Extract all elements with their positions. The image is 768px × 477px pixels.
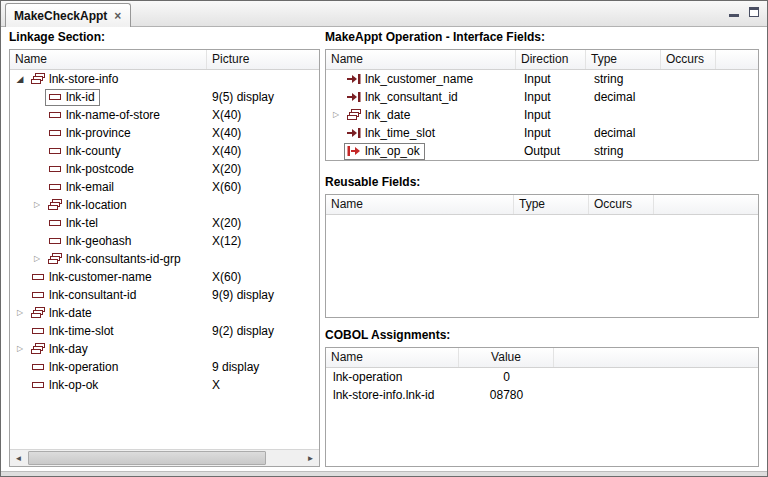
direction-value: Input bbox=[524, 72, 551, 86]
elementary-item-icon bbox=[47, 107, 63, 123]
elementary-item-icon bbox=[47, 125, 63, 141]
field-item: lnk_time_slot bbox=[344, 125, 440, 142]
picture-value: X(20) bbox=[212, 216, 241, 230]
tree-item-selected: lnk-id bbox=[45, 89, 100, 106]
linkage-row[interactable]: lnk-id9(5) display bbox=[10, 88, 319, 106]
tree-item: lnk-name-of-store bbox=[45, 107, 165, 124]
linkage-row[interactable]: ▷lnk-date bbox=[10, 304, 319, 322]
interface-field-row[interactable]: lnk_time_slotInputdecimal bbox=[326, 124, 758, 142]
expand-twisty-icon[interactable]: ▷ bbox=[12, 340, 28, 358]
linkage-row[interactable]: lnk-customer-nameX(60) bbox=[10, 268, 319, 286]
item-name: lnk-postcode bbox=[66, 162, 134, 176]
column-header-occurs[interactable]: Occurs bbox=[589, 195, 654, 214]
direction-value: Input bbox=[524, 108, 551, 122]
interface-fields-label: MakeAppt Operation - Interface Fields: bbox=[325, 30, 759, 46]
horizontal-scrollbar[interactable]: ◄ ► bbox=[10, 449, 319, 466]
interface-field-row[interactable]: lnk_customer_nameInputstring bbox=[326, 70, 758, 88]
item-name: lnk-consultant-id bbox=[49, 288, 136, 302]
scroll-left-icon[interactable]: ◄ bbox=[10, 450, 27, 466]
linkage-row[interactable]: ▷lnk-location bbox=[10, 196, 319, 214]
minimize-icon[interactable] bbox=[729, 8, 739, 17]
input-arrow-icon bbox=[346, 89, 362, 105]
reusable-fields-label: Reusable Fields: bbox=[325, 175, 759, 191]
column-header-name[interactable]: Name bbox=[10, 50, 207, 69]
tree-item: lnk-customer-name bbox=[28, 269, 157, 286]
reusable-fields-table: Name Type Occurs bbox=[325, 194, 759, 318]
elementary-item-icon bbox=[30, 323, 46, 339]
expand-twisty-icon[interactable]: ▷ bbox=[29, 250, 45, 268]
interface-field-row[interactable]: lnk_consultant_idInputdecimal bbox=[326, 88, 758, 106]
field-name: lnk_op_ok bbox=[365, 144, 420, 158]
item-name: lnk-location bbox=[66, 198, 127, 212]
group-item-icon bbox=[346, 107, 362, 123]
expand-twisty-icon[interactable]: ▷ bbox=[29, 196, 45, 214]
tree-item: lnk-op-ok bbox=[28, 377, 103, 394]
cobol-assignment-row[interactable]: lnk-store-info.lnk-id08780 bbox=[326, 386, 758, 404]
column-header-direction[interactable]: Direction bbox=[516, 50, 586, 69]
tab-makecheckappt[interactable]: MakeCheckAppt × bbox=[5, 3, 131, 27]
elementary-item-icon bbox=[47, 215, 63, 231]
linkage-row[interactable]: lnk-postcodeX(20) bbox=[10, 160, 319, 178]
tab-title: MakeCheckAppt bbox=[14, 9, 107, 23]
assignment-name: lnk-operation bbox=[326, 370, 402, 384]
group-item-icon bbox=[47, 251, 63, 267]
tree-item: lnk-day bbox=[28, 341, 93, 358]
linkage-row[interactable]: lnk-name-of-storeX(40) bbox=[10, 106, 319, 124]
linkage-table-header: Name Picture bbox=[10, 50, 319, 70]
column-header-picture[interactable]: Picture bbox=[207, 50, 319, 69]
cobol-assignments-header: Name Value bbox=[326, 348, 758, 368]
tab-close-icon[interactable]: × bbox=[114, 10, 121, 22]
linkage-row[interactable]: ◢lnk-store-info bbox=[10, 70, 319, 88]
linkage-row[interactable]: lnk-provinceX(40) bbox=[10, 124, 319, 142]
linkage-table: Name Picture ◢lnk-store-infolnk-id9(5) d… bbox=[9, 49, 320, 467]
collapse-twisty-icon[interactable]: ◢ bbox=[12, 70, 28, 88]
interface-field-row[interactable]: ▷lnk_dateInput bbox=[326, 106, 758, 124]
column-header-type[interactable]: Type bbox=[514, 195, 589, 214]
linkage-row[interactable]: lnk-telX(20) bbox=[10, 214, 319, 232]
cobol-assignment-row[interactable]: lnk-operation0 bbox=[326, 368, 758, 386]
linkage-row[interactable]: lnk-op-okX bbox=[10, 376, 319, 394]
linkage-row[interactable]: lnk-operation9 display bbox=[10, 358, 319, 376]
picture-value: 9(9) display bbox=[212, 288, 274, 302]
linkage-row[interactable]: ▷lnk-day bbox=[10, 340, 319, 358]
elementary-item-icon bbox=[47, 161, 63, 177]
expand-twisty-icon[interactable]: ▷ bbox=[12, 304, 28, 322]
column-header-occurs[interactable]: Occurs bbox=[661, 50, 716, 69]
linkage-row[interactable]: lnk-time-slot9(2) display bbox=[10, 322, 319, 340]
maximize-icon[interactable] bbox=[749, 7, 759, 17]
group-item-icon bbox=[30, 341, 46, 357]
elementary-item-icon bbox=[30, 269, 46, 285]
linkage-row[interactable]: lnk-emailX(60) bbox=[10, 178, 319, 196]
linkage-row[interactable]: lnk-geohashX(12) bbox=[10, 232, 319, 250]
linkage-row[interactable]: lnk-consultant-id9(9) display bbox=[10, 286, 319, 304]
expand-twisty-icon[interactable]: ▷ bbox=[328, 106, 344, 124]
field-name: lnk_time_slot bbox=[365, 126, 435, 140]
column-header-type[interactable]: Type bbox=[586, 50, 661, 69]
interface-field-row[interactable]: lnk_op_okOutputstring bbox=[326, 142, 758, 160]
interface-fields-header: Name Direction Type Occurs bbox=[326, 50, 758, 70]
picture-value: X(60) bbox=[212, 270, 241, 284]
item-name: lnk-consultants-id-grp bbox=[66, 252, 181, 266]
elementary-item-icon bbox=[47, 233, 63, 249]
scroll-right-icon[interactable]: ► bbox=[302, 450, 319, 466]
column-header-name[interactable]: Name bbox=[326, 50, 516, 69]
tree-item: lnk-consultants-id-grp bbox=[45, 251, 186, 268]
type-value: string bbox=[594, 72, 623, 86]
item-name: lnk-time-slot bbox=[49, 324, 114, 338]
linkage-row[interactable]: ▷lnk-consultants-id-grp bbox=[10, 250, 319, 268]
column-header-name[interactable]: Name bbox=[326, 195, 514, 214]
linkage-row[interactable]: lnk-countyX(40) bbox=[10, 142, 319, 160]
column-header-value[interactable]: Value bbox=[459, 348, 554, 367]
field-item: lnk_date bbox=[344, 107, 415, 124]
picture-value: 9(2) display bbox=[212, 324, 274, 338]
item-name: lnk-name-of-store bbox=[66, 108, 160, 122]
column-header-filler bbox=[654, 195, 758, 214]
column-header-name[interactable]: Name bbox=[326, 348, 459, 367]
field-item-selected: lnk_op_ok bbox=[344, 143, 425, 160]
view-content: Linkage Section: Name Picture ◢lnk-store… bbox=[1, 27, 767, 476]
item-name: lnk-county bbox=[66, 144, 121, 158]
scrollbar-thumb[interactable] bbox=[28, 451, 266, 465]
tree-item: lnk-location bbox=[45, 197, 132, 214]
field-item: lnk_customer_name bbox=[344, 71, 478, 88]
picture-value: X(12) bbox=[212, 234, 241, 248]
